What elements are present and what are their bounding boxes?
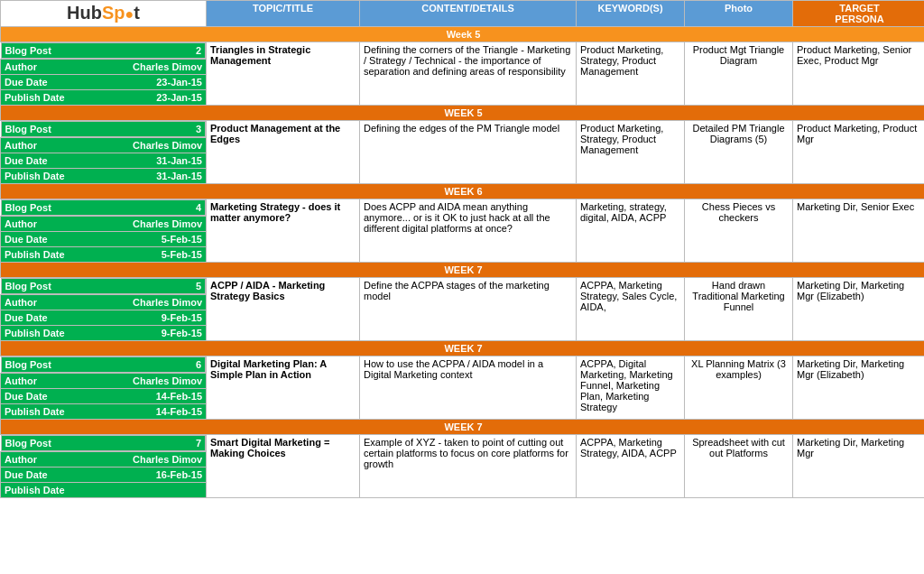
author-key: Author bbox=[5, 218, 37, 229]
blog-post-label: Blog Post6 bbox=[1, 356, 207, 373]
target-cell-5: Marketing Dir, Marketing Mgr bbox=[793, 435, 925, 498]
target-cell-2: Marketing Dir, Senior Exec bbox=[793, 199, 925, 263]
blog-label: Blog Post bbox=[5, 359, 51, 370]
author-key: Author bbox=[5, 375, 37, 386]
topic-cell-2: Marketing Strategy - does it matter anym… bbox=[207, 199, 360, 263]
due-key: Due Date bbox=[5, 469, 48, 480]
author-label: AuthorCharles Dimov bbox=[1, 374, 207, 389]
pub-val: 5-Feb-15 bbox=[162, 249, 202, 260]
blog-number: 3 bbox=[196, 124, 201, 134]
due-val: 16-Feb-15 bbox=[156, 469, 202, 480]
target-cell-0: Product Marketing, Senior Exec, Product … bbox=[793, 42, 925, 106]
content-cell-3: Define the ACPPA stages of the marketing… bbox=[360, 278, 577, 341]
author-val: Charles Dimov bbox=[133, 297, 202, 308]
blog-label: Blog Post bbox=[5, 124, 51, 134]
blog-post-label: Blog Post5 bbox=[1, 278, 207, 294]
pub-key: Publish Date bbox=[5, 249, 65, 260]
content-cell-4: How to use the ACPPA / AIDA model in a D… bbox=[360, 356, 577, 420]
author-key: Author bbox=[5, 454, 37, 465]
topic-cell-5: Smart Digital Marketing = Making Choices bbox=[207, 435, 360, 498]
pub-key: Publish Date bbox=[5, 92, 65, 103]
blog-post-label: Blog Post2 bbox=[1, 42, 207, 59]
due-date-label: Due Date31-Jan-15 bbox=[1, 153, 207, 169]
blog-post-label: Blog Post3 bbox=[1, 121, 207, 137]
keyword-cell-5: ACPPA, Marketing Strategy, AIDA, ACPP bbox=[577, 435, 685, 498]
pub-key: Publish Date bbox=[5, 171, 65, 181]
photo-cell-5: Spreadsheet with cut out Platforms bbox=[685, 435, 793, 498]
blog-label: Blog Post bbox=[5, 281, 51, 292]
col-header-content: CONTENT/DETAILS bbox=[360, 1, 577, 27]
blog-post-label: Blog Post4 bbox=[1, 199, 207, 216]
content-cell-2: Does ACPP and AIDA mean anything anymore… bbox=[360, 199, 577, 263]
due-key: Due Date bbox=[5, 312, 48, 323]
author-val: Charles Dimov bbox=[133, 454, 202, 465]
author-label: AuthorCharles Dimov bbox=[1, 60, 207, 75]
week-header-5: WEEK 7 bbox=[1, 420, 925, 435]
photo-cell-3: Hand drawn Traditional Marketing Funnel bbox=[685, 278, 793, 341]
author-val: Charles Dimov bbox=[133, 140, 202, 151]
blog-number: 7 bbox=[196, 438, 201, 449]
author-label: AuthorCharles Dimov bbox=[1, 217, 207, 232]
pub-val: 31-Jan-15 bbox=[156, 171, 202, 181]
publish-date-label: Publish Date23-Jan-15 bbox=[1, 90, 207, 106]
author-key: Author bbox=[5, 140, 37, 151]
due-val: 31-Jan-15 bbox=[156, 155, 202, 166]
topic-cell-1: Product Management at the Edges bbox=[207, 121, 360, 184]
author-label: AuthorCharles Dimov bbox=[1, 295, 207, 310]
logo-cell: HubSp●t bbox=[1, 1, 207, 27]
content-cell-5: Example of XYZ - taken to point of cutti… bbox=[360, 435, 577, 498]
topic-cell-3: ACPP / AIDA - Marketing Strategy Basics bbox=[207, 278, 360, 341]
due-date-label: Due Date9-Feb-15 bbox=[1, 310, 207, 326]
due-key: Due Date bbox=[5, 234, 48, 245]
publish-date-label: Publish Date9-Feb-15 bbox=[1, 326, 207, 341]
author-val: Charles Dimov bbox=[133, 375, 202, 386]
author-label: AuthorCharles Dimov bbox=[1, 138, 207, 153]
pub-val: 23-Jan-15 bbox=[156, 92, 202, 103]
due-val: 23-Jan-15 bbox=[156, 77, 202, 88]
keyword-cell-3: ACPPA, Marketing Strategy, Sales Cycle, … bbox=[577, 278, 685, 341]
col-header-keyword: KEYWORD(S) bbox=[577, 1, 685, 27]
due-val: 9-Feb-15 bbox=[162, 312, 202, 323]
keyword-cell-1: Product Marketing, Strategy, Product Man… bbox=[577, 121, 685, 184]
author-label: AuthorCharles Dimov bbox=[1, 452, 207, 468]
pub-val: 14-Feb-15 bbox=[156, 406, 202, 417]
blog-label: Blog Post bbox=[5, 45, 51, 56]
keyword-cell-2: Marketing, strategy, digital, AIDA, ACPP bbox=[577, 199, 685, 263]
col-header-photo: Photo bbox=[685, 1, 793, 27]
blog-label: Blog Post bbox=[5, 438, 51, 449]
due-date-label: Due Date16-Feb-15 bbox=[1, 468, 207, 483]
due-key: Due Date bbox=[5, 77, 48, 88]
publish-date-label: Publish Date31-Jan-15 bbox=[1, 169, 207, 184]
week-header-1: WEEK 5 bbox=[1, 106, 925, 121]
week-header-3: WEEK 7 bbox=[1, 263, 925, 278]
due-date-label: Due Date23-Jan-15 bbox=[1, 75, 207, 90]
due-key: Due Date bbox=[5, 391, 48, 402]
target-cell-1: Product Marketing, Product Mgr bbox=[793, 121, 925, 184]
blog-number: 6 bbox=[196, 359, 201, 370]
target-cell-3: Marketing Dir, Marketing Mgr (Elizabeth) bbox=[793, 278, 925, 341]
due-date-label: Due Date5-Feb-15 bbox=[1, 232, 207, 247]
content-cell-1: Defining the edges of the PM Triangle mo… bbox=[360, 121, 577, 184]
week-header-4: WEEK 7 bbox=[1, 341, 925, 356]
author-key: Author bbox=[5, 61, 37, 72]
author-val: Charles Dimov bbox=[133, 218, 202, 229]
photo-cell-4: XL Planning Matrix (3 examples) bbox=[685, 356, 793, 420]
logo: HubSp●t bbox=[67, 3, 140, 23]
due-key: Due Date bbox=[5, 155, 48, 166]
author-key: Author bbox=[5, 297, 37, 308]
pub-key: Publish Date bbox=[5, 406, 65, 417]
col-header-topic: TOPIC/TITLE bbox=[207, 1, 360, 27]
target-cell-4: Marketing Dir, Marketing Mgr (Elizabeth) bbox=[793, 356, 925, 420]
blog-number: 4 bbox=[196, 202, 201, 213]
pub-val: 9-Feb-15 bbox=[162, 328, 202, 338]
photo-cell-2: Chess Pieces vs checkers bbox=[685, 199, 793, 263]
week-header-0: Week 5 bbox=[1, 27, 925, 42]
photo-cell-1: Detailed PM Triangle Diagrams (5) bbox=[685, 121, 793, 184]
pub-key: Publish Date bbox=[5, 485, 65, 495]
blog-post-label: Blog Post7 bbox=[1, 435, 207, 451]
keyword-cell-0: Product Marketing, Strategy, Product Man… bbox=[577, 42, 685, 106]
due-date-label: Due Date14-Feb-15 bbox=[1, 389, 207, 404]
photo-cell-0: Product Mgt Triangle Diagram bbox=[685, 42, 793, 106]
topic-cell-4: Digital Marketing Plan: A Simple Plan in… bbox=[207, 356, 360, 420]
due-val: 14-Feb-15 bbox=[156, 391, 202, 402]
